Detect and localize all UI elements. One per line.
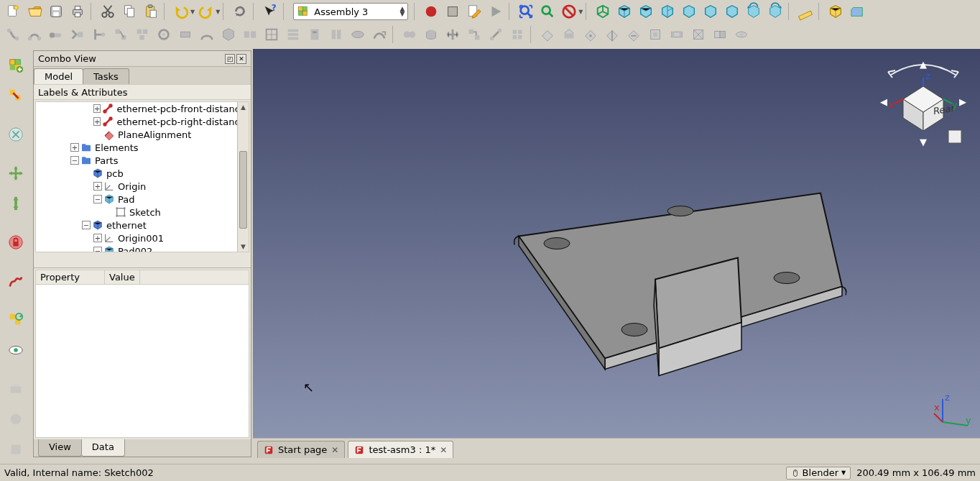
asm-move-button[interactable]: [4, 161, 28, 185]
macro-record-button[interactable]: [421, 1, 441, 22]
tree-node[interactable]: Sketch: [36, 206, 237, 219]
close-tab-icon[interactable]: ✕: [331, 445, 338, 455]
asm-tool-6[interactable]: [111, 24, 131, 45]
tree-node[interactable]: +ethernet-pcb-front-distance: [36, 102, 237, 115]
macro-stop-button[interactable]: [443, 1, 463, 22]
iso-view-button[interactable]: [593, 1, 613, 22]
redo-dropdown-icon[interactable]: ▼: [216, 9, 220, 15]
asm-tool-14[interactable]: [283, 24, 303, 45]
nav-style-selector[interactable]: Blender ▼: [786, 467, 851, 480]
tree-scrollbar[interactable]: ▲ ▼: [237, 102, 249, 252]
tree-node[interactable]: PlaneAlignment: [36, 128, 237, 141]
refresh-button[interactable]: [230, 1, 250, 22]
scroll-down-icon[interactable]: ▼: [238, 242, 249, 252]
left-view-button[interactable]: [722, 1, 742, 22]
undo-dropdown-icon[interactable]: ▼: [190, 9, 195, 15]
tab-view[interactable]: View: [38, 439, 82, 457]
asm-tool-12[interactable]: [240, 24, 260, 45]
tree-node[interactable]: +Elements: [36, 141, 237, 154]
asm-tool-17[interactable]: [348, 24, 368, 45]
asm-tool-8[interactable]: [154, 24, 174, 45]
navcube-menu-button[interactable]: [948, 130, 961, 143]
collapse-icon[interactable]: −: [70, 156, 79, 165]
asm-tool-18[interactable]: [369, 24, 389, 45]
collapse-icon[interactable]: −: [93, 195, 102, 203]
asm-op-9[interactable]: [581, 24, 601, 45]
rotate-left-button[interactable]: [744, 1, 764, 22]
paste-button[interactable]: [141, 1, 161, 22]
asm-tool-11[interactable]: [218, 24, 239, 45]
scroll-thumb[interactable]: [239, 151, 247, 229]
asm-tool-4[interactable]: [68, 24, 88, 45]
asm-op-6[interactable]: [507, 24, 527, 45]
close-tab-icon[interactable]: ✕: [440, 445, 447, 455]
top-view-button[interactable]: [636, 1, 656, 22]
asm-op-8[interactable]: [559, 24, 579, 45]
draw-style-dropdown-icon[interactable]: ▼: [578, 9, 583, 15]
asm-op-2[interactable]: [421, 24, 441, 45]
asm-op-1[interactable]: [399, 24, 420, 45]
asm-lock-button[interactable]: [4, 230, 28, 255]
asm-tool-3[interactable]: [46, 24, 66, 45]
macro-edit-button[interactable]: [464, 1, 484, 22]
asm-tool-16[interactable]: [326, 24, 346, 45]
asm-op-3[interactable]: [443, 24, 463, 45]
group-button[interactable]: [847, 1, 867, 22]
asm-auto-element-vis-button[interactable]: [4, 377, 28, 401]
draw-style-button[interactable]: [559, 1, 579, 22]
rear-view-button[interactable]: [679, 1, 699, 22]
asm-tool-15[interactable]: [305, 24, 325, 45]
front-view-button[interactable]: [614, 1, 634, 22]
asm-group-button[interactable]: [4, 83, 28, 108]
print-button[interactable]: [68, 1, 88, 22]
combo-view-titlebar[interactable]: Combo View ◰ ✕: [34, 51, 251, 67]
asm-tool-7[interactable]: [132, 24, 152, 45]
tree-node[interactable]: +ethernet-pcb-right-distance: [36, 115, 237, 128]
bottom-view-button[interactable]: [701, 1, 721, 22]
doc-tab-test[interactable]: test-asm3 : 1* ✕: [348, 441, 453, 458]
expand-icon[interactable]: +: [70, 143, 79, 152]
tree-node[interactable]: −Pad: [36, 193, 237, 206]
doc-tab-start[interactable]: Start page ✕: [257, 441, 345, 458]
copy-button[interactable]: [119, 1, 139, 22]
navigation-cube[interactable]: ▲ ◀ ▶ ▼ Rear z y x: [877, 55, 970, 148]
collapse-icon[interactable]: −: [93, 247, 102, 252]
asm-solve-button[interactable]: [4, 122, 28, 147]
redo-button[interactable]: [196, 1, 216, 22]
expand-icon[interactable]: +: [93, 117, 101, 126]
asm-tool-1[interactable]: [3, 24, 23, 45]
asm-axial-move-button[interactable]: [4, 191, 28, 216]
model-tree[interactable]: +ethernet-pcb-front-distance+ethernet-pc…: [36, 102, 237, 252]
scroll-up-icon[interactable]: ▲: [238, 102, 249, 112]
cut-button[interactable]: [98, 1, 118, 22]
panel-close-button[interactable]: ✕: [236, 54, 246, 64]
asm-op-11[interactable]: [624, 24, 644, 45]
asm-tool-2[interactable]: [24, 24, 45, 45]
whats-this-button[interactable]: ?: [260, 1, 280, 22]
tab-tasks[interactable]: Tasks: [83, 68, 129, 84]
asm-op-12[interactable]: [645, 24, 665, 45]
asm-create-button[interactable]: [4, 53, 28, 78]
fit-selection-button[interactable]: [537, 1, 558, 22]
asm-tool-10[interactable]: [197, 24, 217, 45]
asm-op-7[interactable]: [537, 24, 558, 45]
asm-op-16[interactable]: [731, 24, 752, 45]
prop-col-property[interactable]: Property: [36, 270, 105, 284]
prop-col-value[interactable]: Value: [105, 270, 140, 284]
asm-op-10[interactable]: [602, 24, 622, 45]
measure-button[interactable]: [795, 1, 815, 22]
tree-node[interactable]: −Pad002: [36, 244, 237, 252]
expand-icon[interactable]: +: [93, 182, 102, 191]
asm-tool-5[interactable]: [89, 24, 109, 45]
asm-tool-13[interactable]: [262, 24, 282, 45]
expand-icon[interactable]: +: [93, 234, 102, 242]
new-doc-button[interactable]: [3, 1, 23, 22]
asm-trace-button[interactable]: [4, 269, 28, 293]
asm-misc-button[interactable]: [4, 437, 28, 462]
open-doc-button[interactable]: [24, 1, 45, 22]
tab-data[interactable]: Data: [81, 439, 125, 457]
expand-icon[interactable]: +: [93, 104, 101, 113]
tree-node[interactable]: −ethernet: [36, 219, 237, 232]
tree-node[interactable]: +Origin001: [36, 232, 237, 244]
asm-smart-recompute-button[interactable]: [4, 338, 28, 362]
